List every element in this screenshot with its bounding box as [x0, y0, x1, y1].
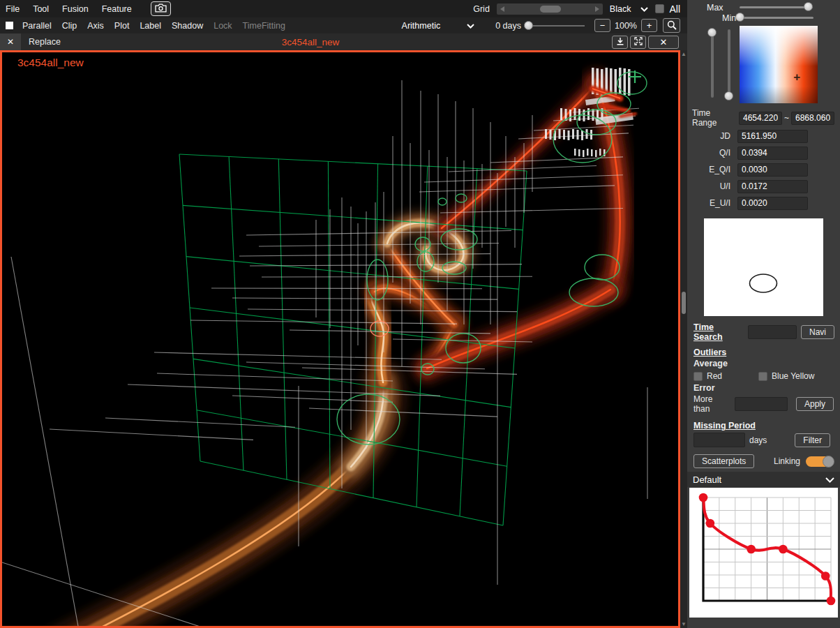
toolbar-plot[interactable]: Plot: [114, 21, 130, 31]
stop-square-icon[interactable]: [6, 22, 13, 29]
scroll-down-icon[interactable]: ▼: [680, 621, 687, 627]
hue-slider-left[interactable]: [711, 31, 714, 98]
screenshot-button[interactable]: [151, 1, 171, 16]
toolbar-axis[interactable]: Axis: [87, 21, 104, 31]
close-view-button[interactable]: ✕: [648, 36, 679, 49]
blue-yellow-checkbox[interactable]: [758, 372, 767, 381]
scatterplots-button[interactable]: Scatterplots: [693, 454, 754, 468]
zoom-out-button[interactable]: −: [594, 19, 610, 32]
linking-toggle-thumb[interactable]: [823, 456, 834, 468]
blend-mode-value: Arithmetic: [402, 21, 441, 31]
menu-file[interactable]: File: [6, 4, 20, 14]
navi-button[interactable]: Navi: [801, 325, 834, 339]
hue-slider-right-thumb[interactable]: [724, 91, 733, 100]
viewport-buttons: ✕: [612, 36, 679, 49]
more-than-input[interactable]: [735, 397, 788, 411]
grid-slider-label: Grid: [473, 4, 490, 14]
menu-tool[interactable]: Tool: [33, 4, 49, 14]
close-icon: ✕: [660, 38, 668, 47]
toolbar-label[interactable]: Label: [140, 21, 161, 31]
control-sidebar: Max Min + Time Range ~ JD Q/I: [687, 0, 840, 628]
zoom-in-button[interactable]: +: [641, 19, 657, 32]
fit-view-button[interactable]: [630, 36, 646, 49]
grid-slider-left-arrow-icon[interactable]: [500, 6, 504, 12]
days-slider[interactable]: [525, 25, 585, 27]
grid-slider-thumb[interactable]: [540, 6, 561, 13]
apply-button[interactable]: Apply: [796, 397, 834, 411]
time-range-to-input[interactable]: [791, 112, 834, 125]
tab-bar: ✕ Replace 3c454all_new ✕: [0, 33, 687, 50]
all-checkbox-label: All: [669, 3, 680, 15]
linking-toggle[interactable]: [806, 456, 834, 467]
max-slider-label: Max: [707, 3, 723, 13]
tab-replace[interactable]: Replace: [29, 37, 61, 47]
eqi-input[interactable]: [737, 163, 808, 177]
scroll-up-icon[interactable]: ▲: [680, 51, 687, 57]
download-icon: [616, 37, 624, 47]
viewport-scrollbar[interactable]: ▲ ▼: [680, 50, 687, 628]
blend-mode-select[interactable]: Arithmetic: [402, 21, 475, 31]
download-button[interactable]: [612, 36, 628, 49]
hue-slider-right[interactable]: [728, 29, 730, 98]
days-slider-thumb[interactable]: [524, 21, 533, 30]
max-slider-thumb[interactable]: [804, 2, 813, 11]
average-label: Average: [693, 359, 834, 368]
tab-close-button[interactable]: ✕: [0, 33, 21, 50]
red-checkbox[interactable]: [693, 372, 703, 381]
color-picker-cursor[interactable]: +: [793, 70, 800, 84]
outliers-heading: Outliers: [693, 347, 834, 357]
time-range-separator: ~: [784, 113, 789, 123]
menu-fusion[interactable]: Fusion: [62, 4, 89, 14]
preset-value: Default: [693, 474, 721, 485]
background-color-select[interactable]: Black: [610, 4, 649, 14]
time-search-row: Time Search Navi: [693, 322, 834, 342]
canvas-row: 3c454all_new ▲ ▼: [0, 50, 687, 628]
blue-yellow-checkbox-label: Blue Yellow: [772, 371, 814, 381]
toolbar-parallel[interactable]: Parallel: [22, 21, 52, 31]
menu-bar-right: Grid Black All: [473, 3, 680, 15]
min-slider-thumb[interactable]: [735, 13, 744, 22]
timetubes-scene[interactable]: [2, 52, 678, 626]
eui-label: E_U/I: [687, 198, 737, 208]
eui-input[interactable]: [737, 197, 808, 210]
average-checkbox-row: Red Blue Yellow: [693, 371, 834, 382]
toolbar-right: Arithmetic 0 days − 100% +: [402, 18, 680, 33]
scrollbar-thumb[interactable]: [682, 292, 686, 314]
app-window: File Tool Fusion Feature Grid Black: [0, 0, 840, 628]
hue-slider-left-thumb[interactable]: [707, 28, 717, 37]
ui-input[interactable]: [737, 180, 808, 193]
days-slider-label: 0 days: [495, 21, 521, 31]
qi-label: Q/I: [687, 148, 737, 158]
toolbar-shadow[interactable]: Shadow: [172, 21, 203, 31]
preset-select[interactable]: Default: [687, 472, 840, 487]
view-toolbar: Parallel Clip Axis Plot Label Shadow Loc…: [0, 17, 687, 33]
grid-slider[interactable]: [497, 3, 603, 15]
qi-input[interactable]: [737, 147, 808, 160]
search-zoom-button[interactable]: [663, 18, 680, 33]
min-slider-label: Min: [722, 13, 736, 23]
toolbar-clip[interactable]: Clip: [62, 21, 77, 31]
missing-period-row: days Filter: [693, 433, 834, 447]
close-icon: ✕: [7, 37, 14, 47]
ui-label: U/I: [687, 181, 737, 191]
menu-feature[interactable]: Feature: [102, 4, 132, 14]
grid-slider-right-arrow-icon[interactable]: [595, 6, 599, 12]
qi-field-row: Q/I: [687, 144, 840, 161]
timetubes-viewport[interactable]: 3c454all_new: [0, 50, 680, 628]
missing-period-input[interactable]: [693, 433, 745, 447]
color-map-picker[interactable]: +: [740, 26, 818, 103]
max-slider[interactable]: [740, 6, 813, 8]
jd-input[interactable]: [737, 130, 808, 143]
time-range-from-input[interactable]: [739, 112, 782, 125]
all-checkbox[interactable]: [655, 4, 664, 13]
time-search-input[interactable]: [748, 325, 797, 339]
jd-label: JD: [687, 131, 737, 141]
time-range-label: Time Range: [692, 108, 737, 128]
time-search-label: Time Search: [693, 322, 744, 342]
transfer-function-editor[interactable]: [689, 488, 838, 618]
document-title: 3c454all_new: [282, 37, 340, 47]
all-checkbox-group[interactable]: All: [655, 3, 680, 15]
filter-button[interactable]: Filter: [795, 433, 830, 447]
min-slider[interactable]: [737, 17, 813, 19]
error-label: Error: [693, 383, 834, 393]
